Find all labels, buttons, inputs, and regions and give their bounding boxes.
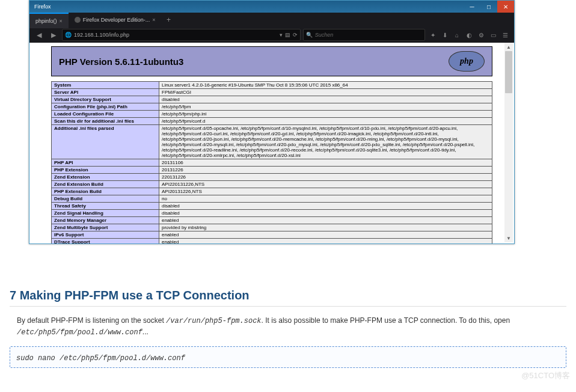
watermark: @51CTO博客 [521, 370, 570, 381]
reload-icon[interactable]: ⟳ [293, 32, 298, 38]
search-bar[interactable]: 🔍 Suchen [303, 29, 425, 41]
config-key: Configuration File (php.ini) Path [52, 103, 159, 111]
table-row: SystemLinux server1 4.2.0-16-generic #19… [52, 82, 492, 89]
tab-label: phpinfo() [35, 18, 57, 24]
table-row: Configuration File (php.ini) Path/etc/ph… [52, 103, 492, 111]
phpinfo-header: PHP Version 5.6.11-1ubuntu3 php [51, 46, 492, 76]
socket-path: /var/run/php5-fpm.sock [166, 317, 261, 325]
heading-divider [10, 306, 566, 307]
nav-bar: ◀ ▶ 🌐 192.168.1.100/info.php ▾ ▤ ⟳ 🔍 Suc… [29, 27, 514, 43]
table-row: Zend Multibyte Supportprovided by mbstri… [52, 224, 492, 231]
firefox-icon [75, 17, 81, 23]
table-row: Loaded Configuration File/etc/php5/fpm/p… [52, 111, 492, 118]
table-row: Scan this dir for additional .ini files/… [52, 118, 492, 125]
tab-bar: phpinfo() × Firefox Developer Edition-..… [29, 13, 514, 27]
url-bar[interactable]: 🌐 192.168.1.100/info.php ▾ ▤ ⟳ [62, 29, 301, 41]
devtools-icon[interactable]: ⚙ [476, 29, 486, 40]
config-key: Zend Multibyte Support [52, 224, 159, 231]
config-key: Virtual Directory Support [52, 96, 159, 103]
config-value: 220131226 [159, 174, 492, 181]
config-value: /etc/php5/fpm/conf.d/05-opcache.ini, /et… [159, 125, 492, 159]
config-key: Thread Safety [52, 203, 159, 210]
pocket-icon[interactable]: ◐ [464, 29, 474, 40]
vertical-scrollbar[interactable]: ▲ ▼ [504, 43, 513, 242]
window-title: Firefox [34, 4, 464, 10]
scrollbar-thumb[interactable] [505, 51, 512, 93]
config-value: disabled [159, 203, 492, 210]
self-destruct-icon[interactable]: ✦ [427, 29, 438, 40]
config-value: /etc/php5/fpm/conf.d [159, 118, 492, 125]
close-button[interactable]: ✕ [497, 1, 514, 13]
bookmarks-icon[interactable]: ▭ [488, 29, 498, 40]
globe-icon: 🌐 [65, 32, 72, 38]
config-key: PHP API [52, 159, 159, 167]
config-key: PHP Extension [52, 167, 159, 174]
tab-firefox-dev[interactable]: Firefox Developer Edition-... × [69, 13, 162, 27]
window-titlebar: Firefox ─ □ ✕ [29, 1, 514, 13]
table-row: Thread Safetydisabled [52, 203, 492, 210]
tab-label: Firefox Developer Edition-... [83, 17, 150, 23]
menu-icon[interactable]: ☰ [500, 29, 510, 40]
section-paragraph: By default PHP-FPM is listening on the s… [17, 315, 566, 338]
php-version-title: PHP Version 5.6.11-1ubuntu3 [59, 57, 449, 67]
page-content: PHP Version 5.6.11-1ubuntu3 php SystemLi… [29, 43, 514, 243]
search-placeholder: Suchen [315, 32, 334, 38]
config-value: 20131226 [159, 167, 492, 174]
config-value: enabled [159, 239, 492, 244]
table-row: Zend Memory Managerenabled [52, 217, 492, 224]
config-value: FPM/FastCGI [159, 89, 492, 96]
para-text: ... [142, 328, 149, 336]
config-value: provided by mbstring [159, 224, 492, 231]
home-icon[interactable]: ⌂ [452, 29, 462, 40]
config-key: Server API [52, 89, 159, 96]
table-row: Virtual Directory Supportdisabled [52, 96, 492, 103]
forward-button[interactable]: ▶ [47, 29, 60, 41]
table-row: PHP Extension20131226 [52, 167, 492, 174]
config-key: IPv6 Support [52, 231, 159, 239]
config-key: System [52, 82, 159, 89]
section-heading: 7 Making PHP-FPM use a TCP Connection [10, 289, 566, 302]
config-key: PHP Extension Build [52, 188, 159, 195]
download-icon[interactable]: ⬇ [440, 29, 450, 40]
config-key: Additional .ini files parsed [52, 125, 159, 159]
phpinfo-table: SystemLinux server1 4.2.0-16-generic #19… [51, 81, 492, 243]
table-row: DTrace Supportenabled [52, 239, 492, 244]
close-tab-icon[interactable]: × [152, 17, 155, 23]
code-command: sudo nano /etc/php5/fpm/pool.d/www.conf [16, 354, 185, 363]
reader-icon[interactable]: ▤ [285, 32, 290, 38]
table-row: PHP API20131106 [52, 159, 492, 167]
url-text: 192.168.1.100/info.php [74, 32, 277, 38]
config-key: Zend Extension [52, 174, 159, 181]
config-value: no [159, 195, 492, 203]
config-value: 20131106 [159, 159, 492, 167]
config-key: Zend Signal Handling [52, 210, 159, 217]
config-value: API220131226,NTS [159, 181, 492, 188]
config-value: API20131226,NTS [159, 188, 492, 195]
tab-phpinfo[interactable]: phpinfo() × [29, 13, 69, 28]
para-text: By default PHP-FPM is listening on the s… [17, 316, 166, 325]
config-value: disabled [159, 210, 492, 217]
back-button[interactable]: ◀ [33, 29, 45, 41]
close-tab-icon[interactable]: × [60, 18, 63, 24]
config-key: Scan this dir for additional .ini files [52, 118, 159, 125]
php-logo-text: php [460, 57, 473, 66]
browser-window: Firefox ─ □ ✕ phpinfo() × Firefox Develo… [29, 0, 515, 244]
maximize-button[interactable]: □ [480, 1, 497, 13]
scroll-down-icon[interactable]: ▼ [504, 234, 513, 242]
config-key: Zend Extension Build [52, 181, 159, 188]
config-value: enabled [159, 231, 492, 239]
dropdown-icon[interactable]: ▾ [280, 32, 283, 38]
php-logo: php [449, 51, 485, 72]
search-icon: 🔍 [306, 32, 313, 38]
table-row: PHP Extension BuildAPI20131226,NTS [52, 188, 492, 195]
config-key: Loaded Configuration File [52, 111, 159, 118]
new-tab-button[interactable]: + [162, 13, 176, 27]
minimize-button[interactable]: ─ [464, 1, 480, 13]
table-row: Zend Extension BuildAPI220131226,NTS [52, 181, 492, 188]
table-row: IPv6 Supportenabled [52, 231, 492, 239]
scroll-up-icon[interactable]: ▲ [504, 43, 513, 51]
table-row: Additional .ini files parsed/etc/php5/fp… [52, 125, 492, 159]
para-text: . It is also possible to make PHP-FPM us… [262, 316, 510, 325]
config-key: Debug Build [52, 195, 159, 203]
table-row: Server APIFPM/FastCGI [52, 89, 492, 96]
